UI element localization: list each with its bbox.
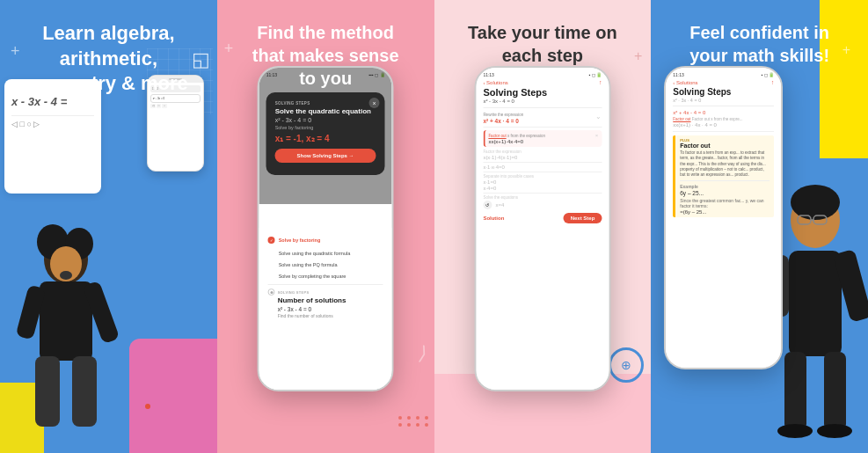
factor-link[interactable]: Factor out <box>488 134 506 138</box>
dot-pattern <box>398 416 430 427</box>
method-factoring-label: Solve by factoring <box>279 237 321 243</box>
factor-header: Factor out x from the expression × <box>488 133 598 138</box>
equation-top-4: x² · 3x · 4 = 0 <box>673 98 774 103</box>
back-label-3[interactable]: ‹ Solutions <box>483 80 507 85</box>
phone-body-4: x² + 4x - 4 = 0 Factor out Factor out x … <box>666 106 781 221</box>
example-factored: =(6y – 25... <box>680 209 770 215</box>
factor-link-4[interactable]: Factor out <box>673 117 690 121</box>
modal-equation: x² - 3x - 4 = 0 <box>275 117 376 123</box>
bottom-section-title: Number of solutions <box>278 296 383 304</box>
example-eq: 6y – 25... <box>680 190 770 196</box>
method-item-quadratic[interactable]: Solve using the quadratic formula <box>279 249 383 258</box>
close-icon-factor[interactable]: × <box>595 133 599 138</box>
solution-label: Solution <box>483 216 504 221</box>
bottom-action-bar: Solution Next Step <box>483 213 602 223</box>
modal-close-btn[interactable]: × <box>369 98 380 108</box>
next-step-button[interactable]: Next Step <box>564 213 602 223</box>
divider-step4 <box>483 172 602 172</box>
step-row-3: Factor the expression x(x·1)·4(x·1)=0 <box>483 150 602 160</box>
phone-screen-3: 11:13 ▪ ◻ 🔋 ‹ Solutions ↑ Solving Steps … <box>476 68 609 390</box>
step-eq-5b: x·4=0 <box>483 186 602 191</box>
share-icon-4[interactable]: ↑ <box>771 79 775 85</box>
svg-rect-11 <box>789 251 842 356</box>
svg-rect-19 <box>784 352 806 431</box>
modal-result: x₁ = -1, x₂ = 4 <box>275 134 376 143</box>
person-svg <box>9 224 123 453</box>
phone-mockup-2: 11:13 ▪▪▪ ◻ 🔋 × SOLVING STEPS Solve the … <box>258 66 394 391</box>
nav-bar-4: ‹ Solutions ↑ <box>666 77 781 87</box>
share-icon-3[interactable]: ↑ <box>599 79 602 85</box>
bottom-subtitle: Find the number of solutions <box>278 313 383 318</box>
phone-mockup-4: 11:13 ▪ ◻ 🔋 ‹ Solutions ↑ Solving Steps … <box>664 66 783 369</box>
eq2-4: x² + 4x - 4 = 0 <box>673 110 774 115</box>
factor-eq: xx(x+1)·4x·4=0 <box>488 139 598 144</box>
solving-steps-title-4: Solving Steps <box>673 87 774 97</box>
factor-label: Factor out x from the expression <box>488 134 545 138</box>
chevron-left-icon-4: ‹ <box>673 80 675 85</box>
back-label-4[interactable]: ‹ Solutions <box>673 80 697 85</box>
red-dot-decoration <box>145 404 150 409</box>
panel-steps: Take your time on each step + ⊕ 11:13 ▪ … <box>434 0 652 453</box>
step-eq-3: x(x·1)·4(x·1)=0 <box>483 155 602 160</box>
whiteboard-equation: x - 3x - 4 = <box>11 95 94 108</box>
modal-heading: Solve the quadratic equation <box>275 107 376 115</box>
method-item-pq[interactable]: Solve using the PQ formula <box>279 260 383 269</box>
panel-2-headline: Find the method that makes sense to you <box>235 21 417 90</box>
divider-4a <box>673 131 774 132</box>
method-item-complete[interactable]: Solve by completing the square <box>279 272 383 281</box>
svg-point-22 <box>817 424 852 438</box>
close-icon: × <box>373 100 376 106</box>
panel-methods: Find the method that makes sense to you … <box>217 0 434 453</box>
step-content-3: Rewrite the expression x² + 4x · 4 = 0 ⌄… <box>476 108 609 390</box>
solutions-modal: × SOLVING STEPS Solve the quadratic equa… <box>266 92 385 175</box>
example-label: Example <box>680 184 770 189</box>
panel-4-headline: Feel confident in your math skills! <box>665 21 854 67</box>
svg-point-13 <box>791 185 840 220</box>
phone-screen-4: 11:13 ▪ ◻ 🔋 ‹ Solutions ↑ Solving Steps … <box>666 68 781 368</box>
plus-card: PLUS Factor out To factor out a term fro… <box>673 135 774 217</box>
panel-1-headline: Learn algebra, arithmetic, geometry & mo… <box>14 21 203 97</box>
phone-screen-2: 11:13 ▪▪▪ ◻ 🔋 × SOLVING STEPS Solve the … <box>259 68 392 390</box>
collapse-icon[interactable]: ⌄ <box>595 113 602 121</box>
step-row-5: Separate into possible cases x·1=0 x·4=0 <box>483 174 602 191</box>
svg-rect-5 <box>35 356 60 427</box>
example-text: Since the greatest common fac... y, we c… <box>680 198 770 208</box>
factor-text: x from the expression <box>507 134 545 138</box>
panel-learn: Learn algebra, arithmetic, geometry & mo… <box>0 0 217 453</box>
svg-point-21 <box>777 424 813 438</box>
svg-point-10 <box>60 271 72 280</box>
eq3-4: xx(x+1) · 4x · 4 = 0 <box>673 122 774 128</box>
person-silhouette <box>9 224 123 453</box>
panel-confident: Feel confident in your math skills! + <box>651 0 868 453</box>
method-complete-label: Solve by completing the square <box>279 274 346 279</box>
rewrite-label: Rewrite the expression <box>483 113 523 117</box>
svg-rect-6 <box>72 356 97 427</box>
phone-mockup-3: 11:13 ▪ ◻ 🔋 ‹ Solutions ↑ Solving Steps … <box>474 66 610 391</box>
step-eq2: x² + 4x · 4 = 0 <box>483 118 523 124</box>
phone-title-4: Solving Steps x² · 3x · 4 = 0 <box>666 87 781 106</box>
modal-solve-by: Solve by factoring <box>275 125 376 130</box>
method-item-factoring[interactable]: ✓ Solve by factoring <box>268 235 383 245</box>
cross-deco-2b: ⟩ <box>416 341 429 365</box>
solve-x1: x=4 <box>495 202 504 208</box>
method-quadratic-label: Solve using the quadratic formula <box>279 251 351 256</box>
section-icon <box>268 289 275 296</box>
svg-rect-2 <box>40 281 92 361</box>
divider-step3 <box>483 162 602 163</box>
bottom-equation: x² - 3x - 4 = 0 <box>278 306 383 312</box>
panel-3-headline: Take your time on each step <box>449 21 638 67</box>
step-eq-4: x·1·x·4=0 <box>483 164 602 170</box>
step-action-3: Factor the expression <box>483 150 602 154</box>
method-pq-label: Solve using the PQ formula <box>279 262 338 267</box>
phone-title-3: Solving Steps x² - 3x - 4 = 0 <box>476 87 609 107</box>
divider-1 <box>268 284 383 285</box>
chevron-left-icon-3: ‹ <box>483 80 485 85</box>
factor-label-4: Factor out Factor out x from the expre..… <box>673 117 774 121</box>
globe-deco: ⊕ <box>609 347 644 383</box>
factor-text-4: Factor out x from the expre... <box>692 117 743 121</box>
show-steps-button[interactable]: Show Solving Steps → <box>275 149 376 163</box>
plus-text: To factor out a term from an exp... to e… <box>680 150 770 178</box>
step-row-4: x·1·x·4=0 <box>483 164 602 170</box>
undo-icon[interactable]: ↺ <box>483 201 492 209</box>
divider-step1 <box>483 127 602 128</box>
